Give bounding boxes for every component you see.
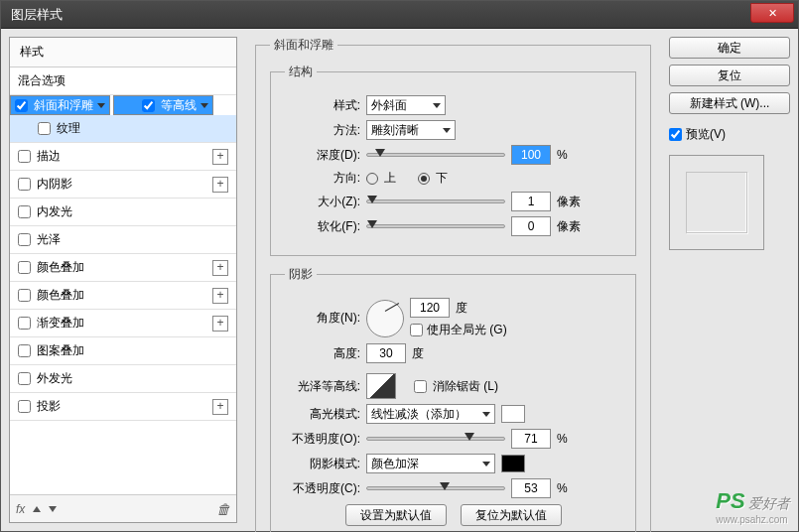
style-select[interactable]: 外斜面: [366, 95, 446, 115]
list-item-drop-shadow[interactable]: 投影 +: [10, 393, 236, 421]
antialias-checkbox[interactable]: [414, 380, 427, 393]
checkbox-stroke[interactable]: [18, 150, 31, 163]
size-slider[interactable]: [366, 200, 505, 203]
ok-button[interactable]: 确定: [669, 37, 790, 59]
checkbox-texture[interactable]: [38, 122, 51, 135]
preview-box: [669, 155, 764, 250]
gloss-label: 光泽等高线:: [285, 378, 360, 395]
new-style-button[interactable]: 新建样式 (W)...: [669, 92, 790, 114]
structure-group: 结构 样式: 外斜面 方法: 雕刻清晰 深度(D): 100 %: [270, 64, 636, 256]
gloss-contour-picker[interactable]: [366, 373, 396, 399]
size-input[interactable]: 1: [511, 192, 551, 211]
list-item-color-overlay-1[interactable]: 颜色叠加 +: [10, 254, 236, 282]
list-item-inner-glow[interactable]: 内发光: [10, 199, 236, 226]
direction-label: 方向:: [285, 170, 360, 187]
highlight-mode-select[interactable]: 线性减淡（添加）: [366, 404, 495, 424]
add-icon[interactable]: +: [212, 399, 228, 415]
bevel-group: 斜面和浮雕 结构 样式: 外斜面 方法: 雕刻清晰 深度(D): 100: [255, 37, 651, 532]
shadow-color-swatch[interactable]: [501, 455, 525, 472]
titlebar[interactable]: 图层样式 ✕: [1, 1, 798, 29]
size-label: 大小(Z):: [285, 194, 360, 210]
layer-style-dialog: 图层样式 ✕ 样式 混合选项 斜面和浮雕 等高线 纹理: [0, 0, 799, 532]
add-icon[interactable]: +: [212, 288, 228, 304]
checkbox-inner-shadow[interactable]: [18, 178, 31, 191]
move-up-icon[interactable]: [33, 506, 41, 512]
shadow-mode-select[interactable]: 颜色加深: [366, 454, 495, 473]
list-item-outer-glow[interactable]: 外发光: [10, 365, 236, 393]
checkbox-outer-glow[interactable]: [18, 372, 31, 385]
cancel-button[interactable]: 复位: [669, 65, 790, 86]
checkbox-gradient-overlay[interactable]: [18, 317, 31, 330]
make-default-button[interactable]: 设置为默认值: [345, 504, 447, 526]
method-label: 方法:: [285, 122, 360, 139]
highlight-opacity-input[interactable]: 71: [511, 429, 551, 449]
list-item-stroke[interactable]: 描边 +: [10, 143, 236, 171]
trash-icon[interactable]: 🗑: [216, 501, 230, 517]
soften-slider[interactable]: [366, 224, 505, 228]
method-select[interactable]: 雕刻清晰: [366, 120, 456, 140]
angle-label: 角度(N):: [285, 310, 360, 327]
angle-input[interactable]: 120: [410, 298, 450, 318]
highlight-opacity-label: 不透明度(O):: [285, 431, 360, 448]
global-light-checkbox[interactable]: [410, 324, 423, 336]
soften-input[interactable]: 0: [511, 216, 551, 236]
checkbox-bevel[interactable]: [15, 99, 28, 112]
shading-title: 阴影: [285, 266, 317, 283]
shadow-opacity-slider[interactable]: [366, 486, 505, 490]
move-down-icon[interactable]: [49, 506, 57, 512]
settings-panel: 斜面和浮雕 结构 样式: 外斜面 方法: 雕刻清晰 深度(D): 100: [247, 37, 659, 523]
list-item-bevel[interactable]: 斜面和浮雕: [10, 95, 110, 115]
list-item-texture[interactable]: 纹理: [10, 115, 236, 143]
add-icon[interactable]: +: [212, 177, 228, 193]
styles-header: 样式: [10, 38, 236, 67]
shadow-mode-label: 阴影模式:: [285, 456, 360, 472]
fx-icon[interactable]: fx: [16, 502, 25, 516]
highlight-color-swatch[interactable]: [501, 405, 525, 423]
checkbox-satin[interactable]: [18, 233, 31, 246]
bevel-group-title: 斜面和浮雕: [270, 37, 337, 54]
checkbox-inner-glow[interactable]: [18, 205, 31, 218]
styles-sidebar: 样式 混合选项 斜面和浮雕 等高线 纹理: [9, 37, 237, 523]
add-icon[interactable]: +: [212, 149, 228, 165]
styles-list: 混合选项 斜面和浮雕 等高线 纹理 描边 +: [10, 67, 236, 494]
window-title: 图层样式: [1, 6, 750, 24]
list-item-inner-shadow[interactable]: 内阴影 +: [10, 171, 236, 199]
depth-label: 深度(D):: [285, 147, 360, 164]
sidebar-toolbar: fx 🗑: [10, 494, 236, 522]
preview-checkbox[interactable]: [669, 128, 682, 141]
angle-control[interactable]: [366, 300, 404, 337]
soften-label: 软化(F):: [285, 218, 360, 235]
direction-up-radio[interactable]: [366, 173, 378, 185]
depth-input[interactable]: 100: [511, 145, 551, 165]
shadow-opacity-label: 不透明度(C):: [285, 480, 360, 497]
checkbox-color-overlay-2[interactable]: [18, 289, 31, 302]
altitude-input[interactable]: 30: [366, 343, 406, 363]
highlight-opacity-slider[interactable]: [366, 437, 505, 441]
checkbox-drop-shadow[interactable]: [18, 400, 31, 413]
list-item-gradient-overlay[interactable]: 渐变叠加 +: [10, 310, 236, 337]
list-item-satin[interactable]: 光泽: [10, 226, 236, 254]
checkbox-color-overlay-1[interactable]: [18, 261, 31, 274]
add-icon[interactable]: +: [212, 316, 228, 332]
close-button[interactable]: ✕: [750, 3, 794, 23]
depth-slider[interactable]: [366, 153, 505, 157]
checkbox-contour[interactable]: [142, 99, 155, 112]
shading-group: 阴影 角度(N): 120 度 使用全局光 (G): [270, 266, 636, 532]
checkbox-pattern-overlay[interactable]: [18, 344, 31, 357]
altitude-label: 高度:: [285, 345, 360, 362]
style-label: 样式:: [285, 97, 360, 114]
list-item-pattern-overlay[interactable]: 图案叠加: [10, 337, 236, 365]
reset-default-button[interactable]: 复位为默认值: [461, 504, 562, 526]
direction-down-radio[interactable]: [418, 173, 430, 185]
add-icon[interactable]: +: [212, 260, 228, 276]
right-panel: 确定 复位 新建样式 (W)... 预览(V): [669, 37, 790, 523]
blending-options-item[interactable]: 混合选项: [10, 67, 236, 95]
list-item-contour[interactable]: 等高线: [113, 95, 213, 115]
watermark: PS 爱好者 www.psahz.com: [716, 488, 790, 525]
structure-title: 结构: [285, 64, 317, 80]
highlight-mode-label: 高光模式:: [285, 406, 360, 423]
shadow-opacity-input[interactable]: 53: [511, 478, 551, 498]
list-item-color-overlay-2[interactable]: 颜色叠加 +: [10, 282, 236, 310]
